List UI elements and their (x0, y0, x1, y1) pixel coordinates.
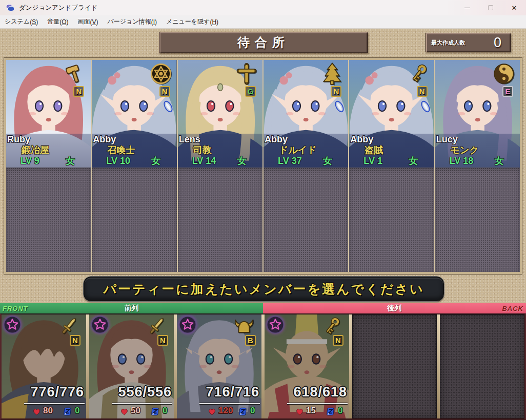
menu-item-version-info[interactable]: バージョン情報(I) (103, 15, 161, 28)
roster-card[interactable]: N Abby 盗賊 LV 1 女 (349, 60, 434, 272)
alignment-letter-badge: N (159, 86, 170, 97)
fatigue-value: 0 (338, 406, 342, 416)
level-value: 37 (292, 156, 302, 166)
menu-item-hide-menu[interactable]: メニューを隠す(H) (161, 15, 223, 28)
minimize-icon (464, 8, 470, 8)
fatigue-icon (326, 407, 335, 416)
character-info-band: Ruby 鍛冶屋 LV 9 女 (6, 134, 91, 167)
fatigue-value: 0 (163, 406, 167, 416)
character-name: Lens (179, 134, 261, 145)
level-value: 18 (463, 156, 473, 166)
heart-icon (120, 407, 129, 416)
menubar: システム(S) 音量(O) 画面(V) バージョン情報(I) メニューを隠す(H… (0, 15, 526, 29)
empty-slot-area (435, 167, 520, 272)
back-row-label: 後列 (263, 304, 526, 313)
character-portrait: N Abby 盗賊 LV 1 女 (349, 60, 434, 167)
max-count-panel: 最大作成人数 0 (426, 33, 511, 52)
hp-divider-line (24, 403, 85, 404)
level-label: LV (450, 156, 461, 166)
level-value: 9 (34, 156, 39, 166)
roster-card[interactable]: E Lucy モンク LV 18 女 (435, 60, 520, 272)
hp-value: 556/556 (118, 384, 172, 400)
character-name: Abby (265, 134, 347, 145)
party-slot[interactable]: N 776/776 80 0 (2, 314, 86, 418)
character-class: 盗賊 (365, 145, 433, 156)
character-portrait: G Lens 司教 LV 14 女 (178, 60, 262, 167)
class-icon (321, 62, 343, 85)
feather-icon (162, 99, 174, 114)
alignment-letter-badge: E (502, 86, 513, 97)
star-badge-icon (3, 316, 22, 334)
game-area: 待合所 最大作成人数 0 N Ruby 鍛冶屋 LV 9 女 (0, 29, 526, 420)
party-slot[interactable]: N 618/618 15 0 (265, 314, 349, 418)
character-level-row: LV 1 女 (363, 156, 433, 166)
character-name: Abby (93, 134, 175, 145)
maximize-button[interactable] (479, 0, 502, 15)
roster-card[interactable]: N Ruby 鍛冶屋 LV 9 女 (6, 60, 91, 272)
fatigue-icon (238, 407, 248, 416)
party-slot[interactable] (352, 314, 437, 418)
weapon-class-icon (321, 316, 342, 337)
party-slot[interactable]: N 556/556 50 0 (89, 314, 174, 418)
room-title: 待合所 (237, 34, 290, 51)
menu-item-volume[interactable]: 音量(O) (43, 15, 73, 28)
character-info-band: Lucy モンク LV 18 女 (435, 134, 520, 167)
titlebar: ダンジョンアンドブライド ✕ (0, 0, 526, 15)
hp-divider-line (287, 403, 348, 404)
fatigue-value: 0 (250, 406, 255, 416)
alignment-letter-badge: N (417, 86, 428, 97)
front-row-bar: FRONT 前列 (0, 303, 263, 313)
party-slot[interactable]: B 716/716 120 0 (177, 314, 261, 418)
character-info-band: Abby 召喚士 LV 10 女 (92, 134, 176, 167)
level-label: LV (21, 156, 32, 166)
level-label: LV (106, 156, 117, 166)
alignment-letter-badge: N (73, 86, 84, 97)
feather-icon (333, 99, 346, 114)
hp-value: 716/716 (206, 384, 259, 400)
roster-panel: N Ruby 鍛冶屋 LV 9 女 N Abby 召喚士 LV 10 (4, 58, 522, 274)
empty-slot-area (92, 167, 176, 272)
star-badge-icon (178, 316, 197, 334)
close-button[interactable]: ✕ (502, 0, 526, 15)
menu-item-screen[interactable]: 画面(V) (73, 15, 103, 28)
roster-card[interactable]: N Abby 召喚士 LV 10 女 (92, 60, 176, 272)
empty-slot-area (349, 167, 434, 272)
front-tag: FRONT (3, 305, 28, 312)
front-row-label: 前列 (0, 304, 263, 313)
character-level-row: LV 37 女 (278, 156, 347, 166)
maximize-icon (488, 5, 493, 10)
level-label: LV (192, 156, 204, 166)
character-info-band: Abby ドルイド LV 37 女 (264, 134, 348, 167)
hp-divider-line (112, 403, 172, 404)
minimize-button[interactable] (455, 0, 479, 15)
class-icon (64, 62, 86, 85)
heart-icon (295, 407, 304, 416)
roster-card[interactable]: N Abby ドルイド LV 37 女 (264, 60, 348, 272)
hp-value: 618/618 (293, 384, 347, 400)
alignment-letter-badge: N (70, 335, 80, 346)
heart-icon (32, 407, 41, 416)
character-class: モンク (451, 145, 519, 156)
empty-slot-area (178, 167, 262, 272)
satiety-value: 120 (218, 406, 233, 416)
class-icon (150, 62, 172, 85)
empty-slot-area (264, 167, 348, 272)
level-value: 10 (120, 156, 130, 166)
feather-icon (419, 99, 432, 114)
satiety-value: 80 (43, 406, 53, 416)
class-icon (407, 62, 430, 85)
menu-item-system[interactable]: システム(S) (0, 15, 43, 28)
hp-value: 776/776 (30, 384, 84, 400)
class-icon (493, 62, 515, 85)
gender-label: 女 (495, 156, 504, 166)
hp-divider-line (199, 403, 260, 404)
fatigue-icon (63, 407, 72, 416)
heart-icon (208, 407, 216, 416)
character-info-band: Lens 司教 LV 14 女 (178, 134, 262, 167)
weapon-class-icon (58, 316, 79, 337)
roster-card[interactable]: G Lens 司教 LV 14 女 (178, 60, 262, 272)
character-class: 司教 (193, 145, 261, 156)
alignment-letter-badge: B (245, 335, 256, 346)
weapon-class-icon (146, 316, 167, 337)
party-slot[interactable] (440, 314, 524, 418)
